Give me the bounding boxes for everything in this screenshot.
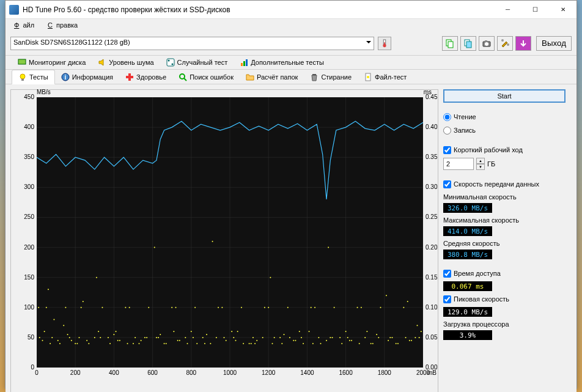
svg-point-172 (57, 340, 59, 341)
burst-checkbox[interactable] (443, 295, 451, 303)
min-value: 326.0 MB/s (443, 203, 492, 213)
svg-point-146 (347, 337, 348, 338)
menu-help[interactable]: Справка (44, 20, 85, 30)
short-stroke-checkbox[interactable] (443, 146, 451, 154)
svg-point-68 (148, 307, 149, 308)
y-axis-left-label: MB/s (37, 89, 51, 95)
write-radio[interactable] (443, 127, 451, 135)
svg-point-53 (46, 307, 47, 308)
svg-point-73 (186, 343, 188, 344)
svg-point-95 (357, 307, 358, 308)
svg-point-154 (108, 337, 109, 338)
tab-erase[interactable]: Стирание (304, 70, 358, 84)
svg-rect-4 (448, 42, 453, 48)
svg-point-65 (125, 307, 126, 308)
svg-point-135 (134, 337, 136, 338)
tab-monitoring[interactable]: Мониторинг диска (12, 56, 92, 69)
transfer-rate-label: Скорость передачи данных (454, 180, 539, 188)
svg-point-76 (210, 343, 211, 344)
minimize-button[interactable]: ─ (494, 1, 521, 18)
svg-point-81 (249, 343, 250, 344)
tab-health[interactable]: Здоровье (119, 70, 172, 84)
svg-point-136 (154, 247, 155, 248)
svg-point-185 (312, 343, 314, 344)
burst-value: 129.0 MB/s (443, 307, 492, 317)
svg-point-52 (42, 340, 43, 341)
transfer-rate-checkbox[interactable] (443, 180, 451, 188)
cpu-value: 3.9% (443, 330, 492, 340)
maximize-button[interactable]: ☐ (521, 1, 549, 18)
drive-select[interactable]: SanDisk SD7SN6S128G1122 (128 gB) (10, 37, 374, 50)
svg-point-101 (403, 307, 404, 308)
svg-point-113 (175, 307, 177, 308)
svg-point-190 (409, 340, 410, 341)
bulb-icon (18, 73, 27, 81)
start-button[interactable]: Start (443, 89, 565, 103)
toolbar: SanDisk SD7SN6S128G1122 (128 gB) Выход (6, 31, 576, 56)
copy-screenshot-icon[interactable] (460, 36, 476, 51)
svg-point-171 (39, 337, 40, 338)
save-icon[interactable] (515, 36, 531, 51)
svg-point-80 (241, 307, 242, 308)
svg-point-83 (264, 307, 265, 308)
svg-line-26 (184, 78, 186, 81)
tab-folders[interactable]: Расчёт папок (240, 70, 304, 84)
svg-point-84 (272, 343, 273, 344)
gb-spinner: ▲ ▼ (476, 158, 485, 170)
svg-point-62 (101, 307, 103, 308)
chart-svg (37, 97, 423, 368)
read-radio[interactable] (443, 113, 451, 121)
svg-point-72 (179, 340, 180, 341)
svg-point-64 (117, 340, 119, 341)
svg-point-98 (380, 307, 381, 308)
svg-point-138 (193, 337, 194, 338)
svg-point-103 (419, 337, 420, 338)
screenshot-icon[interactable] (479, 36, 495, 51)
access-time-checkbox[interactable] (443, 270, 451, 278)
svg-point-75 (202, 337, 204, 338)
gb-input[interactable] (443, 158, 474, 170)
tab-info[interactable]: iИнформация (55, 70, 119, 84)
tab-benchmark[interactable]: Тесты (12, 70, 55, 84)
gb-row: ▲ ▼ ГБ (443, 158, 565, 170)
svg-point-19 (20, 74, 25, 79)
tab-aam[interactable]: Уровень шума (92, 56, 160, 69)
gb-up-button[interactable]: ▲ (476, 158, 485, 164)
tab-extra[interactable]: Дополнительные тесты (234, 56, 330, 69)
max-value: 414.0 MB/s (443, 226, 492, 236)
gb-unit-label: ГБ (487, 160, 495, 168)
svg-point-159 (204, 343, 205, 344)
gb-down-button[interactable]: ▼ (476, 164, 485, 170)
svg-point-67 (141, 340, 142, 341)
svg-point-184 (293, 340, 294, 341)
tab-file-bench[interactable]: Файл-тест (358, 70, 413, 84)
transfer-rate-row: Скорость передачи данных (443, 179, 565, 190)
exit-button[interactable]: Выход (536, 36, 572, 51)
svg-point-163 (281, 343, 282, 344)
avg-label: Средняя скорость (443, 240, 565, 247)
svg-point-140 (231, 331, 232, 332)
content: MB/s ms 02004006008001000120014001600180… (6, 84, 576, 392)
menu-file[interactable]: Файл (10, 20, 42, 30)
svg-point-110 (129, 307, 130, 308)
svg-point-162 (262, 337, 263, 338)
temperature-icon[interactable] (378, 37, 391, 50)
tab-errorscan[interactable]: Поиск ошибок (172, 70, 240, 84)
close-button[interactable]: ✕ (549, 1, 576, 18)
svg-point-157 (166, 343, 167, 344)
settings-icon[interactable] (497, 36, 513, 51)
svg-point-155 (127, 343, 128, 344)
svg-point-180 (216, 337, 217, 338)
svg-point-99 (388, 340, 389, 341)
svg-point-82 (256, 340, 257, 341)
svg-point-161 (243, 343, 244, 344)
min-label: Минимальная скорость (443, 193, 565, 201)
extra-icon (240, 58, 248, 67)
tab-random[interactable]: Случайный тест (160, 56, 234, 69)
svg-point-125 (361, 307, 362, 308)
svg-point-104 (44, 331, 45, 332)
svg-point-94 (349, 340, 350, 341)
svg-point-183 (274, 337, 275, 338)
copy-info-icon[interactable] (442, 36, 458, 51)
svg-point-160 (224, 337, 225, 338)
